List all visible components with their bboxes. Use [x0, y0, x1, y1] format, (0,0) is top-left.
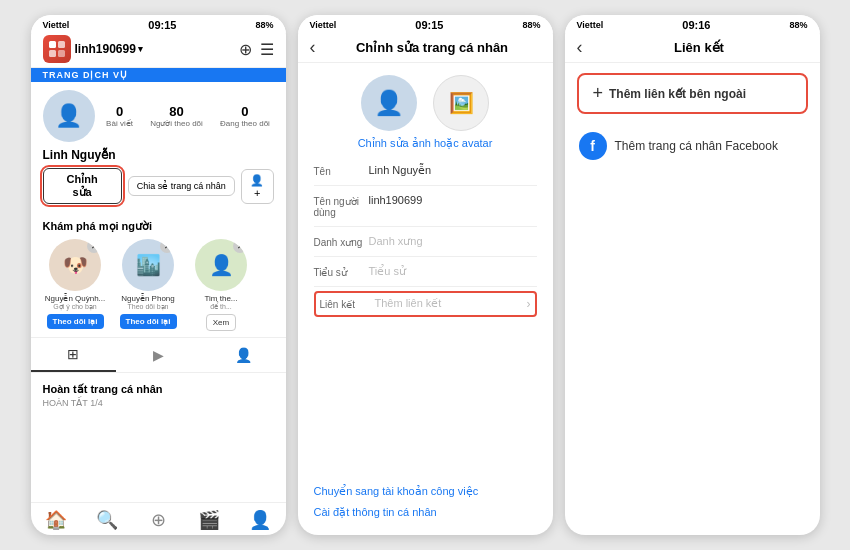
personal-info-settings-link[interactable]: Cài đặt thông tin cá nhân — [314, 506, 537, 519]
nav-reels[interactable]: 🎬 — [184, 509, 235, 531]
edit-profile-button[interactable]: Chỉnh sửa — [43, 168, 122, 204]
add-facebook-link-button[interactable]: f Thêm trang cá nhân Facebook — [565, 124, 820, 168]
close-icon-1[interactable]: ✕ — [160, 239, 174, 253]
close-icon-0[interactable]: ✕ — [87, 239, 101, 253]
nav-home[interactable]: 🏠 — [31, 509, 82, 531]
pronoun-placeholder[interactable]: Danh xưng — [369, 235, 537, 248]
discover-name-2: Tim the... — [204, 294, 237, 303]
link-label: Liên kết — [320, 297, 375, 310]
discover-sub-2: để th... — [210, 303, 232, 311]
facebook-letter: f — [590, 138, 595, 154]
form-row-pronoun: Danh xưng Danh xưng — [314, 227, 537, 257]
discover-title: Khám phá mọi người — [43, 220, 274, 233]
bio-placeholder[interactable]: Tiểu sử — [369, 265, 537, 278]
status-bar-1: Viettel 09:15 88% — [31, 15, 286, 33]
stat-posts-label: Bài viết — [106, 119, 133, 128]
switch-business-link[interactable]: Chuyển sang tài khoản công việc — [314, 485, 537, 498]
status-icons-2: 88% — [522, 20, 540, 30]
follow-button-1[interactable]: Theo dõi lại — [120, 314, 177, 329]
nav-profile[interactable]: 👤 — [235, 509, 286, 531]
link-arrow-icon: › — [527, 297, 531, 311]
username-display[interactable]: linh190699 ▾ — [75, 42, 143, 56]
edit-profile-title: Chỉnh sửa trang cá nhân — [324, 40, 541, 55]
status-icons-3: 88% — [789, 20, 807, 30]
link-section: Chuyển sang tài khoản công việc Cài đặt … — [298, 477, 553, 535]
avatar-large[interactable]: 👤 — [361, 75, 417, 131]
avatar-edit-section: 👤 🖼️ Chỉnh sửa ảnh hoặc avatar — [298, 63, 553, 156]
avatar-icon: 👤 — [55, 103, 82, 129]
view-button-2[interactable]: Xem — [206, 314, 236, 331]
complete-profile-section: Hoàn tất trang cá nhân HOÀN TẤT 1/4 — [31, 373, 286, 502]
edit-form: Tên Linh Nguyễn Tên người dùng linh19069… — [298, 156, 553, 477]
app-logo — [43, 35, 71, 63]
add-external-link-button[interactable]: + Thêm liên kết bên ngoài — [577, 73, 808, 114]
svg-rect-0 — [49, 41, 56, 48]
follow-button-0[interactable]: Theo dõi lại — [47, 314, 104, 329]
discover-sub-1: Theo dõi bạn — [128, 303, 169, 311]
edit-photo-link[interactable]: Chỉnh sửa ảnh hoặc avatar — [358, 137, 493, 150]
add-icon[interactable]: ⊕ — [239, 40, 252, 59]
service-banner: TRANG DỊCH VỤ — [31, 68, 286, 82]
lien-ket-header: ‹ Liên kết — [565, 33, 820, 63]
profile-section: 👤 0 Bài viết 80 Người theo dõi 0 Đang th… — [31, 82, 286, 220]
username-text: linh190699 — [75, 42, 136, 56]
avatar-emoji-option[interactable]: 🖼️ — [433, 75, 489, 131]
complete-sub: HOÀN TẤT 1/4 — [43, 398, 274, 408]
stat-followers-label: Người theo dõi — [150, 119, 203, 128]
name-value[interactable]: Linh Nguyễn — [369, 164, 537, 177]
nav-search[interactable]: 🔍 — [82, 509, 133, 531]
avatar-edit-row: 👤 🖼️ — [361, 75, 489, 131]
stats-row: 0 Bài viết 80 Người theo dõi 0 Đang theo… — [103, 104, 274, 128]
header-actions: ⊕ ☰ — [239, 40, 274, 59]
stat-following-num: 0 — [220, 104, 270, 119]
list-item: 🐶 ✕ Nguyễn Quỳnh... Gợi ý cho bạn Theo d… — [43, 239, 108, 331]
profile-avatar: 👤 — [43, 90, 95, 142]
discover-name-1: Nguyễn Phong — [121, 294, 174, 303]
form-row-name: Tên Linh Nguyễn — [314, 156, 537, 186]
menu-icon[interactable]: ☰ — [260, 40, 274, 59]
battery-icon-1: 88% — [255, 20, 273, 30]
status-bar-3: Viettel 09:16 88% — [565, 15, 820, 33]
screen1-profile: Viettel 09:15 88% linh190699 — [31, 15, 286, 535]
add-facebook-link-label: Thêm trang cá nhân Facebook — [615, 139, 778, 153]
back-button-2[interactable]: ‹ — [310, 37, 316, 58]
discover-sub-0: Gợi ý cho bạn — [53, 303, 96, 311]
carrier-1: Viettel — [43, 20, 70, 30]
tab-video[interactable]: ▶ — [116, 338, 201, 372]
profile-name: Linh Nguyễn — [43, 148, 274, 162]
battery-icon-3: 88% — [789, 20, 807, 30]
discover-name-0: Nguyễn Quỳnh... — [45, 294, 106, 303]
add-external-link-label: Thêm liên kết bên ngoài — [609, 87, 746, 101]
discover-items-list: 🐶 ✕ Nguyễn Quỳnh... Gợi ý cho bạn Theo d… — [43, 239, 274, 331]
status-bar-2: Viettel 09:15 88% — [298, 15, 553, 33]
tab-tagged[interactable]: 👤 — [201, 338, 286, 372]
nav-add[interactable]: ⊕ — [133, 509, 184, 531]
username-label: Tên người dùng — [314, 194, 369, 218]
svg-rect-3 — [58, 50, 65, 57]
content-tabs: ⊞ ▶ 👤 — [31, 337, 286, 373]
complete-title: Hoàn tất trang cá nhân — [43, 383, 274, 396]
bottom-nav: 🏠 🔍 ⊕ 🎬 👤 — [31, 502, 286, 535]
dropdown-arrow: ▾ — [138, 44, 143, 54]
tab-grid[interactable]: ⊞ — [31, 338, 116, 372]
carrier-2: Viettel — [310, 20, 337, 30]
battery-icon-2: 88% — [522, 20, 540, 30]
username-value[interactable]: linh190699 — [369, 194, 537, 206]
form-row-link[interactable]: Liên kết Thêm liên kết › — [314, 291, 537, 317]
bio-label: Tiểu sử — [314, 265, 369, 278]
stat-posts-num: 0 — [106, 104, 133, 119]
list-item: 👤 ✕ Tim the... để th... Xem — [189, 239, 254, 331]
add-person-button[interactable]: 👤+ — [241, 169, 274, 204]
close-icon-2[interactable]: ✕ — [233, 239, 247, 253]
discover-avatar-0: 🐶 ✕ — [49, 239, 101, 291]
facebook-icon: f — [579, 132, 607, 160]
back-button-3[interactable]: ‹ — [577, 37, 583, 58]
stat-posts: 0 Bài viết — [106, 104, 133, 128]
discover-section: Khám phá mọi người 🐶 ✕ Nguyễn Quỳnh... G… — [31, 220, 286, 337]
link-placeholder[interactable]: Thêm liên kết — [375, 297, 527, 310]
lien-ket-title: Liên kết — [591, 40, 808, 55]
stat-followers-num: 80 — [150, 104, 203, 119]
screen2-edit-profile: Viettel 09:15 88% ‹ Chỉnh sửa trang cá n… — [298, 15, 553, 535]
stat-following: 0 Đang theo dõi — [220, 104, 270, 128]
share-profile-button[interactable]: Chia sẻ trang cá nhân — [128, 176, 235, 196]
